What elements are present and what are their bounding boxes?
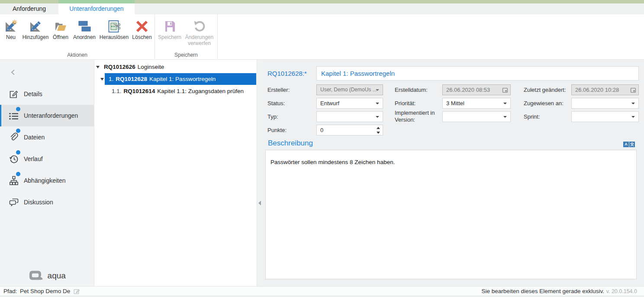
erstelldatum-label: Erstelldatum: [395, 87, 428, 94]
tab-unteranforderungen[interactable]: Unteranforderungen [58, 3, 135, 14]
aqua-logo: aqua [0, 270, 94, 287]
loeschen-button[interactable]: Löschen [130, 19, 154, 52]
hinzufuegen-button[interactable]: Hinzufügen [21, 19, 50, 52]
beschreibung-textarea[interactable]: Passwörter sollen mindestens 8 Zeichen h… [265, 150, 637, 279]
sidebar-item-dateien[interactable]: Dateien [0, 126, 94, 148]
back-chevron-icon[interactable] [10, 68, 17, 76]
tree-item-number: 1.1. [112, 88, 122, 94]
history-clock-icon [9, 154, 19, 164]
speichern-button[interactable]: Speichern [156, 19, 183, 52]
list-icon [9, 110, 19, 121]
calendar-icon [630, 87, 636, 93]
zugewiesen-an-combobox[interactable] [571, 98, 639, 109]
collapse-left-arrow-icon[interactable] [258, 200, 261, 206]
sidebar-item-diskussion[interactable]: Diskussion [0, 191, 94, 213]
ribbon-group-label-speichern: Speichern [155, 52, 217, 58]
dropdown-arrow-icon [376, 116, 379, 118]
status-label: Status: [267, 100, 285, 107]
version-label: v. 20.0.154.0 [606, 288, 637, 294]
herausloesen-button[interactable]: Herauslösen [98, 19, 130, 52]
calendar-icon [502, 87, 508, 93]
notification-dot [16, 150, 20, 155]
requirement-id-label: RQ1012628:* [267, 66, 307, 81]
window-top-strip [0, 0, 644, 3]
title-input[interactable]: Kapitel 1: Passwortregeln [316, 66, 639, 81]
prioritaet-combobox[interactable]: 3 Mittel [442, 98, 511, 109]
erstelldatum-datefield[interactable]: 26.06.2020 08:53 [442, 84, 511, 95]
tree-item-number: 1. [109, 76, 113, 82]
ersteller-label: Ersteller: [267, 87, 290, 94]
dropdown-arrow-icon [503, 103, 507, 104]
zuletzt-geaendert-datefield[interactable]: 26.06.2020 10:28 [571, 84, 639, 95]
aqua-app-window: Anforderung Unteranforderungen [0, 0, 644, 297]
undo-changes-icon [193, 19, 206, 33]
translate-icon[interactable] [629, 142, 635, 147]
active-tab-accent-strip [58, 0, 135, 3]
loeschen-button-label: Löschen [130, 34, 154, 40]
tree-item-id: RQ1012614 [124, 88, 155, 94]
ribbon-group-speichern: Speichern Änderungen verwerfen Speichern [155, 14, 218, 59]
sidebar-nav: Details Unteranforderungen [0, 60, 94, 286]
tree-row[interactable]: 1.1.RQ1012614Kapitel 1.1: Zugangsdaten p… [94, 85, 257, 97]
tree-row[interactable]: RQ1012626Loginseite [94, 61, 257, 73]
notification-dot [16, 129, 20, 133]
expander-triangle-icon[interactable] [96, 66, 100, 68]
dropdown-arrow-icon [631, 103, 635, 104]
prioritaet-label: Priorität: [395, 100, 415, 107]
typ-label: Typ: [267, 113, 278, 120]
notification-dot [16, 107, 20, 111]
translate-icons: A [623, 142, 635, 147]
format-a-icon[interactable]: A [623, 142, 629, 147]
delete-x-icon [135, 19, 149, 33]
typ-combobox[interactable] [316, 111, 383, 122]
punkte-value: 0 [320, 125, 374, 135]
prioritaet-value: 3 Mittel [446, 98, 502, 108]
ribbon-group-aktionen: Neu Hinzufügen [0, 14, 155, 59]
tree-item-id: RQ1012628 [116, 76, 147, 82]
aqua-logo-icon [28, 270, 43, 281]
ersteller-combobox[interactable]: User, Demo (DemoUs ... [316, 84, 383, 95]
beschreibung-heading: Beschreibung [268, 139, 313, 148]
implementiert-in-version-combobox[interactable] [442, 111, 511, 122]
pfad-label: Pfad: [3, 288, 17, 294]
punkte-spinner[interactable]: 0 [316, 125, 383, 136]
detail-panel: RQ1012628:* Kapitel 1: Passwortregeln Er… [263, 60, 644, 286]
expander-triangle-icon[interactable] [100, 78, 104, 81]
aenderungen-verwerfen-button-label: Änderungen verwerfen [184, 34, 215, 46]
sidebar-item-unteranforderungen[interactable]: Unteranforderungen [0, 105, 94, 126]
dropdown-arrow-icon [376, 89, 379, 91]
tab-anforderung[interactable]: Anforderung [9, 3, 50, 14]
spin-up-icon[interactable] [377, 127, 380, 129]
dependency-tree-icon [9, 175, 19, 186]
beschreibung-text: Passwörter sollen mindestens 8 Zeichen h… [270, 159, 395, 165]
requirements-tree: RQ1012626Loginseite 1.RQ1012628Kapitel 1… [94, 60, 257, 286]
open-folder-icon [54, 19, 68, 33]
details-edit-icon [9, 89, 19, 99]
herausloesen-button-label: Herauslösen [98, 34, 130, 40]
hinzufuegen-button-label: Hinzufügen [21, 34, 50, 40]
splitter-gutter[interactable] [257, 60, 263, 286]
ribbon-tab-bar: Anforderung Unteranforderungen [0, 3, 644, 14]
sidebar-item-verlauf[interactable]: Verlauf [0, 148, 94, 170]
oeffnen-button[interactable]: Öffnen [49, 19, 72, 52]
pfad-value: Pet Shop Demo De [20, 288, 70, 294]
status-combobox[interactable]: Entwurf [316, 98, 383, 109]
ribbon-group-label-aktionen: Aktionen [0, 52, 155, 58]
spin-down-icon[interactable] [377, 132, 380, 134]
spinner-arrows[interactable] [377, 126, 380, 134]
edit-path-icon[interactable] [73, 288, 80, 295]
anordnen-button-label: Anordnen [71, 34, 98, 40]
sprint-combobox[interactable] [571, 111, 639, 122]
sidebar-item-abhaengigkeiten[interactable]: Abhängigkeiten [0, 170, 94, 191]
sidebar-item-label: Dateien [24, 126, 45, 148]
punkte-label: Punkte: [267, 127, 287, 134]
speichern-button-label: Speichern [156, 34, 183, 40]
sidebar-item-details[interactable]: Details [0, 83, 94, 105]
tree-row-selected[interactable]: 1.RQ1012628Kapitel 1: Passwortregeln [94, 73, 257, 85]
neu-button[interactable]: Neu [1, 19, 20, 52]
dropdown-arrow-icon [503, 116, 507, 118]
add-edit-icon [29, 19, 42, 33]
aenderungen-verwerfen-button[interactable]: Änderungen verwerfen [184, 19, 215, 52]
anordnen-button[interactable]: Anordnen [71, 19, 98, 52]
discussion-bubbles-icon [9, 197, 19, 207]
